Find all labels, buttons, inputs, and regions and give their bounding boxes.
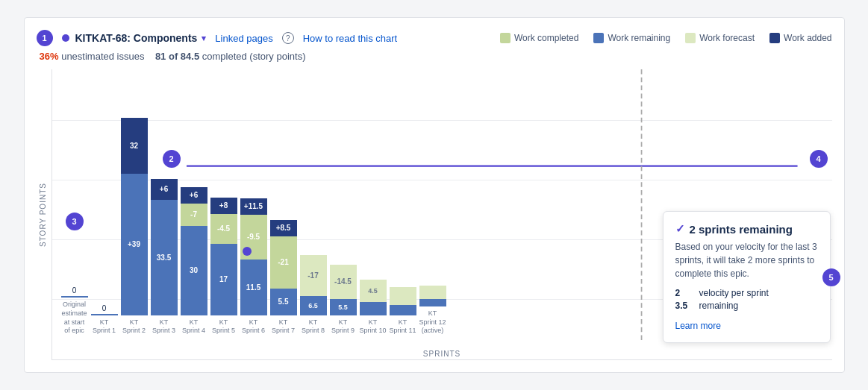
bar-group-sprint1: 0 KTSprint 1 bbox=[91, 304, 118, 336]
bar-label-sprint4-x: KTSprint 4 bbox=[182, 318, 205, 336]
bar-remaining-sprint2: +39 bbox=[121, 174, 148, 315]
badge-2: 2 bbox=[163, 150, 181, 168]
stats-completed: 81 of 84.5 bbox=[155, 51, 199, 62]
bar-label-sprint5-added: +8 bbox=[219, 201, 228, 210]
tooltip-stat-remaining-label: remaining bbox=[699, 301, 739, 311]
bar-label-sprint2-plus: +39 bbox=[128, 240, 140, 248]
bar-remaining-sprint7: 5.5 bbox=[270, 289, 297, 315]
bar-label-sprint8-x: KTSprint 8 bbox=[302, 318, 325, 336]
bar-remaining-sprint9: 5.5 bbox=[330, 299, 357, 315]
sprints-footer: SPRINTS bbox=[423, 350, 460, 358]
bar-label-sprint9-x: KTSprint 9 bbox=[331, 318, 355, 336]
stats-completed-label: completed (story points) bbox=[202, 51, 306, 62]
bar-remaining-sprint12 bbox=[419, 299, 446, 306]
bar-top-1: 0 bbox=[102, 304, 107, 312]
bar-group-sprint8: 6.5 -17 KTSprint 8 bbox=[300, 296, 327, 336]
legend-added-box bbox=[769, 33, 780, 43]
bar-remaining-sprint6: 11.5 bbox=[240, 260, 267, 315]
bar-label-original: Originalestimateat startof epic bbox=[61, 301, 87, 336]
bar-group-sprint11: KTSprint 11 bbox=[390, 305, 416, 336]
dropdown-arrow-icon[interactable]: ▾ bbox=[202, 34, 206, 43]
bar-added-sprint3: +6 bbox=[151, 179, 178, 200]
epic-title: KITKAT-68: Components ▾ bbox=[62, 32, 207, 44]
bar-forecast-sprint11 bbox=[390, 287, 416, 305]
bar-remaining-sprint10 bbox=[360, 302, 387, 315]
annotation-dot-sprint4 bbox=[243, 247, 252, 256]
tooltip-stat-velocity: 2 velocity per sprint bbox=[675, 288, 818, 298]
bar-group-sprint6: 11.5 -9.5 +11.5 KTSprint 6 bbox=[240, 260, 267, 336]
bar-group-sprint12: KTSprint 12(active) bbox=[419, 299, 446, 336]
bar-remaining-sprint11 bbox=[390, 305, 416, 315]
bar-completed-sprint5: -4.5 bbox=[210, 214, 237, 244]
y-axis-label: STORY POINTS bbox=[37, 69, 49, 360]
bar-label-sprint2-added: 32 bbox=[130, 142, 138, 150]
stats-percent: 36% bbox=[40, 51, 59, 62]
bar-label-sprint12-x: KTSprint 12(active) bbox=[419, 309, 446, 336]
bar-label-sprint3: 33.5 bbox=[157, 254, 171, 262]
tooltip-stats: 2 velocity per sprint 3.5 remaining bbox=[675, 288, 818, 311]
legend-area: Work completed Work remaining Work forec… bbox=[500, 33, 832, 43]
bar-label-sprint5-x: KTSprint 5 bbox=[212, 318, 235, 336]
bar-label-sprint6-neg: -9.5 bbox=[247, 233, 260, 241]
bar-label-sprint4-added: +6 bbox=[190, 191, 198, 199]
tooltip-title: ✓ 2 sprints remaining bbox=[675, 222, 818, 236]
stats-percent-label: unestimated issues bbox=[61, 51, 144, 62]
tooltip-stat-velocity-num: 2 bbox=[675, 288, 693, 298]
bar-label-sprint11-x: KTSprint 11 bbox=[390, 318, 416, 336]
legend-remaining: Work remaining bbox=[593, 33, 670, 43]
tooltip-description: Based on your velocity for the last 3 sp… bbox=[675, 240, 818, 280]
bar-seg-original bbox=[61, 296, 88, 298]
tooltip-stat-velocity-label: velocity per sprint bbox=[699, 288, 769, 298]
bar-label-sprint8: 6.5 bbox=[308, 302, 318, 309]
bar-top-0: 0 bbox=[72, 286, 77, 295]
chart-area: STORY POINTS 0 bbox=[37, 69, 832, 360]
tooltip-box: ✓ 2 sprints remaining Based on your velo… bbox=[663, 211, 831, 343]
bar-label-sprint5: 17 bbox=[219, 275, 228, 283]
tooltip-stat-remaining: 3.5 remaining bbox=[675, 301, 818, 311]
bar-label-sprint1: KTSprint 1 bbox=[93, 318, 116, 336]
bar-forecast-sprint9: -14.5 bbox=[330, 265, 357, 299]
bar-label-sprint2: KTSprint 2 bbox=[122, 318, 146, 336]
bar-group-sprint4: 30 -7 +6 KTSprint 4 bbox=[181, 226, 207, 336]
bar-added-sprint6: +11.5 bbox=[240, 198, 267, 215]
legend-remaining-box bbox=[593, 33, 604, 43]
learn-more-link[interactable]: Learn more bbox=[675, 321, 721, 331]
help-icon[interactable]: ? bbox=[282, 32, 294, 44]
badge-4: 4 bbox=[810, 150, 828, 168]
legend-forecast-box bbox=[685, 33, 696, 43]
bar-label-sprint6-added: +11.5 bbox=[244, 202, 263, 210]
header-row: 1 KITKAT-68: Components ▾ Linked pages ?… bbox=[37, 30, 832, 46]
epic-dot bbox=[62, 34, 69, 42]
bar-completed-sprint4: -7 bbox=[181, 204, 207, 226]
bar-label-sprint8-neg: -17 bbox=[307, 271, 318, 280]
bar-added-sprint7: +8.5 bbox=[270, 220, 297, 236]
bar-group-sprint10: 4.5 KTSprint 10 bbox=[360, 302, 387, 336]
bar-remaining-sprint5: 17 bbox=[210, 244, 237, 315]
bar-added-sprint2: 32 bbox=[121, 118, 148, 174]
tooltip-stat-remaining-num: 3.5 bbox=[675, 301, 693, 311]
bar-label-sprint3-added: +6 bbox=[160, 185, 168, 193]
bar-group-sprint5: 17 -4.5 +8 KTSprint 5 bbox=[210, 244, 237, 336]
bar-added-sprint5: +8 bbox=[210, 198, 237, 214]
bar-label-sprint7-x: KTSprint 7 bbox=[272, 318, 295, 336]
chart-main: 0 Originalestimateat startof epic 0 KTSp… bbox=[51, 69, 832, 360]
bar-group-sprint3: 33.5 +6 KTSprint 3 bbox=[151, 200, 178, 336]
bar-label-sprint9-neg: -14.5 bbox=[334, 277, 352, 286]
legend-completed-label: Work completed bbox=[514, 33, 578, 43]
legend-forecast: Work forecast bbox=[685, 33, 755, 43]
linked-pages-link[interactable]: Linked pages bbox=[215, 33, 272, 44]
bar-remaining-sprint8: 6.5 bbox=[300, 296, 327, 315]
bar-group-original: 0 Originalestimateat startof epic bbox=[61, 286, 88, 336]
bar-label-sprint10-x: KTSprint 10 bbox=[360, 318, 387, 336]
legend-added-label: Work added bbox=[784, 33, 831, 43]
bar-forecast-sprint8: -17 bbox=[300, 255, 327, 296]
bar-label-sprint4: 30 bbox=[190, 266, 198, 274]
bar-group-sprint7: 5.5 -21 +8.5 KTSprint 7 bbox=[270, 289, 297, 336]
bars-container: 0 Originalestimateat startof epic 0 KTSp… bbox=[61, 104, 446, 336]
how-to-link[interactable]: How to read this chart bbox=[303, 33, 397, 44]
legend-added: Work added bbox=[769, 33, 831, 43]
bar-label-sprint5-neg: -4.5 bbox=[217, 224, 230, 233]
bar-label-sprint4-neg: -7 bbox=[190, 210, 197, 218]
checkmark-icon: ✓ bbox=[675, 222, 685, 236]
legend-completed-box bbox=[500, 33, 511, 43]
